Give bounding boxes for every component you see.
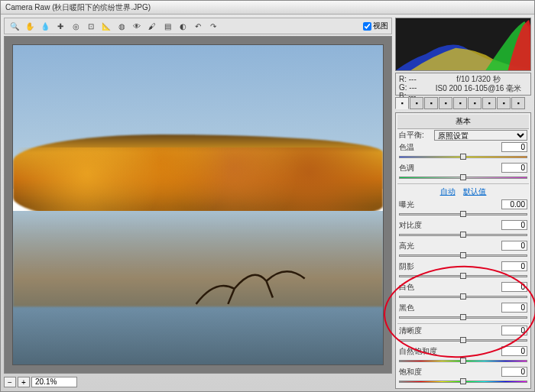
saturation-label: 饱和度 — [399, 367, 501, 377]
zoom-in-button[interactable]: + — [18, 377, 30, 387]
whites-slider[interactable] — [399, 293, 527, 300]
panel-tabs: ▪▪▪▪▪▪▪▪▪ — [395, 97, 531, 111]
tint-value[interactable] — [501, 163, 527, 173]
clarity-slider[interactable] — [399, 337, 527, 343]
contrast-slider-row: 对比度 — [397, 219, 529, 240]
crop-icon[interactable]: ⊡ — [84, 20, 98, 32]
blacks-slider[interactable] — [399, 314, 527, 320]
fx-tab[interactable]: ▪ — [482, 97, 496, 109]
clarity-slider-row: 清晰度 — [397, 325, 529, 345]
basic-panel: 基本 白平衡: 原照设置 色温色调 自动 默认值 曝光对比度高光阴影白色黑色 清… — [395, 112, 531, 389]
wb-select[interactable]: 原照设置 — [434, 130, 527, 141]
highlights-label: 高光 — [399, 241, 501, 251]
shadows-slider[interactable] — [399, 273, 527, 279]
grad-icon[interactable]: ▤ — [160, 20, 174, 32]
clarity-label: 清晰度 — [399, 326, 501, 336]
shadows-value[interactable] — [501, 261, 527, 271]
wb-label: 白平衡: — [399, 130, 433, 141]
temp-value[interactable] — [501, 142, 527, 152]
saturation-slider-row: 饱和度 — [397, 366, 529, 387]
hsl-tab[interactable]: ▪ — [439, 97, 452, 109]
exif-panel: R: --- G: --- B: --- f/10 1/320 秒 IS0 20… — [395, 73, 531, 96]
exposure-slider[interactable] — [399, 211, 527, 217]
toolbar: 🔍✋💧✚◎⊡📐◍👁🖌▤◐↶↷ 视图 — [4, 18, 392, 34]
auto-link[interactable]: 自动 — [440, 187, 456, 196]
vibrance-value[interactable] — [501, 346, 527, 356]
target-icon[interactable]: ◎ — [69, 20, 83, 32]
zoom-value[interactable]: 20.1% — [31, 377, 77, 387]
whites-slider-row: 白色 — [397, 281, 529, 302]
panel-title: 基本 — [397, 115, 529, 129]
detail-tab[interactable]: ▪ — [424, 97, 438, 109]
sampler-icon[interactable]: ✚ — [54, 20, 67, 32]
tint-slider[interactable] — [399, 174, 527, 180]
contrast-value[interactable] — [501, 220, 527, 230]
rotate-ccw-icon[interactable]: ↶ — [191, 20, 205, 32]
saturation-value[interactable] — [501, 367, 527, 377]
basic-tab[interactable]: ▪ — [395, 97, 409, 109]
preset-tab[interactable]: ▪ — [511, 97, 525, 109]
cal-tab[interactable]: ▪ — [497, 97, 511, 109]
branch-decoration — [180, 253, 328, 317]
histogram[interactable] — [395, 18, 531, 71]
default-link[interactable]: 默认值 — [463, 187, 486, 196]
temp-slider[interactable] — [399, 154, 527, 160]
zoom-out-button[interactable]: − — [4, 377, 16, 387]
split-tab[interactable]: ▪ — [453, 97, 467, 109]
shadows-slider-row: 阴影 — [397, 261, 529, 281]
curve-tab[interactable]: ▪ — [410, 97, 423, 109]
rotate-cw-icon[interactable]: ↷ — [206, 20, 220, 32]
blacks-slider-row: 黑色 — [397, 302, 529, 322]
vibrance-slider[interactable] — [399, 358, 527, 364]
blacks-label: 黑色 — [399, 303, 501, 313]
saturation-slider[interactable] — [399, 378, 527, 384]
radial-icon[interactable]: ◐ — [176, 20, 190, 32]
highlights-value[interactable] — [501, 241, 527, 251]
preview-label: 视图 — [373, 21, 388, 31]
highlights-slider-row: 高光 — [397, 240, 529, 261]
vibrance-slider-row: 自然饱和度 — [397, 345, 529, 366]
temp-slider-row: 色温 — [397, 141, 529, 162]
exposure-slider-row: 曝光 — [397, 199, 529, 219]
vibrance-label: 自然饱和度 — [399, 346, 501, 357]
lens-tab[interactable]: ▪ — [468, 97, 481, 109]
temp-label: 色温 — [399, 142, 501, 153]
image-canvas — [12, 44, 384, 365]
highlights-slider[interactable] — [399, 252, 527, 258]
zoom-icon[interactable]: 🔍 — [8, 20, 21, 32]
exposure-label: 曝光 — [399, 199, 501, 210]
hand-icon[interactable]: ✋ — [23, 20, 37, 32]
image-preview-area[interactable] — [4, 36, 392, 374]
shadows-label: 阴影 — [399, 261, 501, 272]
exposure-value[interactable] — [501, 199, 527, 209]
preview-checkbox[interactable] — [363, 22, 371, 31]
blacks-value[interactable] — [501, 303, 527, 313]
spot-icon[interactable]: ◍ — [115, 20, 128, 32]
redeye-icon[interactable]: 👁 — [130, 20, 144, 32]
contrast-label: 对比度 — [399, 220, 501, 231]
window-title: Camera Raw (秋日暖阳下的缤纷世界.JPG) — [1, 1, 534, 15]
whites-value[interactable] — [501, 282, 527, 292]
clarity-value[interactable] — [501, 326, 527, 335]
whites-label: 白色 — [399, 282, 501, 293]
wb-icon[interactable]: 💧 — [38, 20, 52, 32]
adjust-icon[interactable]: 🖌 — [145, 20, 159, 32]
tint-label: 色调 — [399, 163, 501, 173]
straighten-icon[interactable]: 📐 — [99, 20, 113, 32]
contrast-slider[interactable] — [399, 232, 527, 238]
tint-slider-row: 色调 — [397, 162, 529, 183]
